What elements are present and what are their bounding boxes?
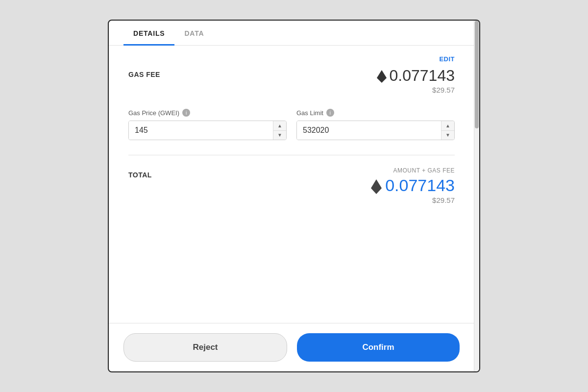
edit-row: EDIT [128,55,455,63]
gas-limit-input-wrapper: ▲ ▼ [296,121,455,140]
gas-price-increment[interactable]: ▲ [273,121,286,131]
gas-limit-label-row: Gas Limit i [296,109,455,117]
gas-fee-usd-amount: $29.57 [377,86,455,94]
gas-price-info-icon[interactable]: i [182,109,190,117]
confirm-button[interactable]: Confirm [297,333,460,362]
amount-gas-fee-label: AMOUNT + GAS FEE [371,167,455,174]
gas-fee-eth-amount: 0.077143 [377,67,455,85]
gas-fee-section: GAS FEE 0.077143 $29.57 [128,67,455,94]
modal-footer: Reject Confirm [109,323,479,371]
gas-price-label: Gas Price (GWEI) [128,109,179,117]
gas-limit-info-icon[interactable]: i [326,109,334,117]
gas-limit-decrement[interactable]: ▼ [441,131,454,140]
transaction-modal: DETAILS DATA EDIT GAS FEE 0.077143 $29.5… [108,20,480,372]
total-eth-value: 0.077143 [385,176,455,195]
gas-limit-label: Gas Limit [296,109,323,117]
total-usd-amount: $29.57 [371,196,455,204]
gas-price-input[interactable] [129,121,273,140]
gas-price-decrement[interactable]: ▼ [273,131,286,140]
gas-inputs-section: Gas Price (GWEI) i ▲ ▼ Gas Limit i [128,109,455,140]
gas-price-group: Gas Price (GWEI) i ▲ ▼ [128,109,287,140]
gas-fee-label: GAS FEE [128,67,160,78]
tab-details[interactable]: DETAILS [123,21,174,46]
gas-limit-group: Gas Limit i ▲ ▼ [296,109,455,140]
gas-limit-spinner: ▲ ▼ [441,121,454,140]
gas-fee-amount-block: 0.077143 $29.57 [377,67,455,94]
tab-bar: DETAILS DATA [109,21,479,46]
modal-content: EDIT GAS FEE 0.077143 $29.57 Gas Price (… [109,46,479,323]
gas-price-input-wrapper: ▲ ▼ [128,121,287,140]
gas-limit-increment[interactable]: ▲ [441,121,454,131]
section-divider [128,155,455,155]
total-label: TOTAL [128,167,152,179]
edit-button[interactable]: EDIT [439,55,455,63]
reject-button[interactable]: Reject [123,333,287,362]
eth-diamond-icon [377,70,387,78]
gas-limit-input[interactable] [297,121,441,140]
total-amount-block: AMOUNT + GAS FEE 0.077143 $29.57 [371,167,455,204]
gas-fee-eth-value: 0.077143 [390,67,455,85]
gas-price-spinner: ▲ ▼ [273,121,286,140]
scrollbar-thumb[interactable] [475,21,479,128]
total-eth-diamond-icon [371,179,382,188]
tab-data[interactable]: DATA [174,21,214,46]
total-section: TOTAL AMOUNT + GAS FEE 0.077143 $29.57 [128,167,455,204]
total-eth-amount: 0.077143 [371,176,455,195]
gas-price-label-row: Gas Price (GWEI) i [128,109,287,117]
